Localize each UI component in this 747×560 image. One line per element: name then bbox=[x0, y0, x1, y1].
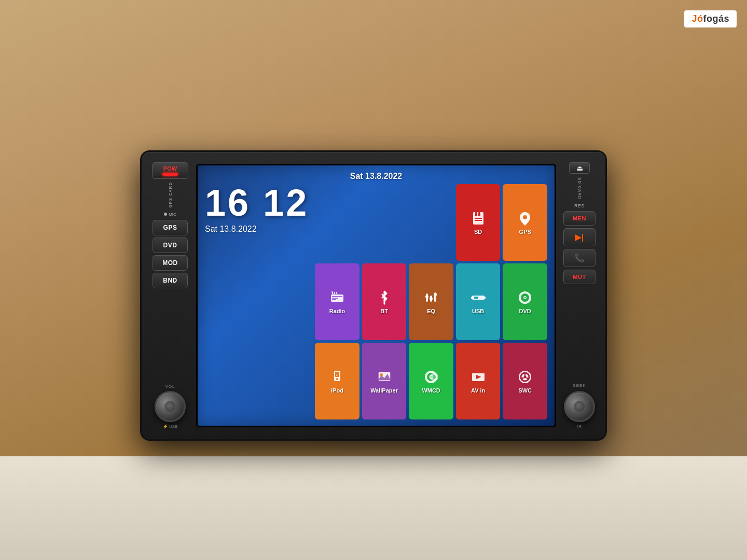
eq-label: EQ bbox=[427, 308, 435, 314]
gps-button-label: GPS bbox=[163, 224, 177, 231]
svg-point-40 bbox=[433, 375, 436, 379]
svg-point-53 bbox=[524, 376, 527, 379]
app-tile-swc[interactable]: SWC bbox=[503, 343, 547, 419]
svg-point-26 bbox=[524, 297, 526, 299]
swc-label: SWC bbox=[518, 387, 532, 394]
sd-icon bbox=[470, 210, 487, 227]
wallpaper-icon bbox=[376, 369, 393, 385]
app-grid: SD GPS bbox=[315, 184, 547, 419]
app-tile-ipod[interactable]: ♪ iPod bbox=[315, 343, 359, 419]
gps-button[interactable]: GPS bbox=[153, 220, 188, 235]
vol-label: VOL bbox=[165, 384, 175, 389]
phone-button[interactable]: 📞 bbox=[563, 249, 596, 267]
mod-button[interactable]: MOD bbox=[153, 255, 188, 271]
vol-knob[interactable] bbox=[155, 391, 186, 422]
pow-indicator-light bbox=[162, 173, 178, 176]
mut-label: MUT bbox=[573, 274, 586, 280]
clock-date: Sat 13.8.2022 bbox=[205, 225, 309, 234]
main-screen[interactable]: Sat 13.8.2022 16 12 Sat 13.8.2022 bbox=[196, 164, 556, 427]
svg-point-29 bbox=[336, 378, 338, 380]
svg-line-11 bbox=[334, 292, 335, 295]
screen-date-header: Sat 13.8.2022 bbox=[350, 172, 403, 180]
brand-accent: Jó bbox=[691, 13, 703, 24]
res-label: RES bbox=[574, 203, 585, 208]
svg-rect-1 bbox=[475, 212, 477, 216]
vol-knob-area: VOL ⚡ USB bbox=[155, 384, 186, 429]
car-radio-unit: POW GPS CARD MIC GPS DVD MOD BND VOL bbox=[140, 150, 607, 441]
svg-rect-20 bbox=[474, 297, 478, 299]
bt-label: BT bbox=[380, 308, 388, 314]
mic-area: MIC bbox=[164, 212, 176, 217]
brand-badge: Jófogás bbox=[684, 10, 737, 27]
svg-rect-2 bbox=[478, 212, 480, 216]
avin-icon bbox=[470, 369, 487, 385]
empty-r1c3 bbox=[409, 184, 453, 261]
usb-icon bbox=[470, 289, 487, 306]
app-tile-eq[interactable]: EQ bbox=[409, 263, 453, 340]
dvd-button[interactable]: DVD bbox=[153, 237, 188, 253]
svg-point-16 bbox=[425, 295, 428, 298]
svg-point-17 bbox=[430, 297, 433, 300]
play-icon: ▶| bbox=[575, 233, 584, 242]
gps-label: GPS bbox=[519, 229, 531, 235]
wmcd-icon bbox=[423, 369, 439, 385]
empty-r1c1 bbox=[315, 184, 359, 261]
app-tile-usb[interactable]: USB bbox=[456, 263, 501, 340]
mod-button-label: MOD bbox=[162, 259, 178, 267]
app-tile-radio[interactable]: Radio bbox=[315, 263, 359, 340]
play-button[interactable]: ▶| bbox=[563, 228, 596, 246]
app-tile-bt[interactable]: BT bbox=[362, 263, 407, 340]
clock-section: 16 12 Sat 13.8.2022 bbox=[205, 184, 309, 419]
table-surface bbox=[0, 456, 747, 560]
pow-label: POW bbox=[163, 165, 177, 172]
mic-dot bbox=[164, 213, 167, 216]
svg-rect-22 bbox=[483, 297, 486, 299]
screen-content: 16 12 Sat 13.8.2022 bbox=[205, 184, 547, 419]
screen-header: Sat 13.8.2022 bbox=[205, 172, 547, 181]
usb-port-label: ⚡ USB bbox=[163, 424, 178, 429]
svg-point-34 bbox=[380, 373, 383, 376]
bnd-button[interactable]: BND bbox=[153, 273, 188, 288]
seek-knob-area: SEEK IR bbox=[564, 383, 595, 429]
app-tile-gps[interactable]: GPS bbox=[503, 184, 547, 261]
brand-name: fogás bbox=[703, 13, 729, 24]
eject-icon: ⏏ bbox=[576, 164, 583, 172]
svg-rect-21 bbox=[471, 297, 473, 299]
eject-button[interactable]: ⏏ bbox=[569, 162, 590, 174]
mic-label: MIC bbox=[169, 212, 176, 217]
clock-time: 16 12 bbox=[205, 184, 309, 221]
svg-line-10 bbox=[332, 291, 333, 295]
right-panel: ⏏ SD CARD RES MEN ▶| 📞 MUT SEEK IR bbox=[559, 160, 600, 431]
seek-label: SEEK bbox=[573, 383, 586, 388]
sd-card-label: SD CARD bbox=[577, 177, 582, 200]
ipod-icon: ♪ bbox=[329, 369, 345, 385]
gps-card-label: GPS CARD bbox=[168, 182, 173, 208]
men-button[interactable]: MEN bbox=[563, 211, 596, 226]
wmcd-label: WMCD bbox=[422, 387, 440, 394]
svg-point-5 bbox=[523, 215, 527, 219]
app-tile-wallpaper[interactable]: WallPaper bbox=[362, 343, 407, 419]
gps-icon bbox=[517, 210, 533, 227]
phone-icon: 📞 bbox=[574, 254, 585, 262]
svg-text:♪: ♪ bbox=[336, 372, 338, 377]
ir-label: IR bbox=[577, 424, 582, 429]
seek-knob[interactable] bbox=[564, 391, 595, 422]
svg-point-18 bbox=[434, 293, 437, 296]
dvd-label: DVD bbox=[519, 308, 531, 314]
mut-button[interactable]: MUT bbox=[563, 270, 596, 284]
screen-container: Sat 13.8.2022 16 12 Sat 13.8.2022 bbox=[193, 160, 559, 431]
app-tile-dvd[interactable]: DVD bbox=[503, 263, 547, 340]
app-tile-avin[interactable]: AV in bbox=[456, 343, 501, 419]
pow-button[interactable]: POW bbox=[152, 162, 188, 179]
app-tile-sd[interactable]: SD bbox=[456, 184, 501, 261]
wallpaper-label: WallPaper bbox=[370, 387, 398, 394]
app-tile-wmcd[interactable]: WMCD bbox=[409, 343, 453, 419]
bnd-button-label: BND bbox=[163, 277, 177, 284]
sd-label: SD bbox=[474, 229, 482, 235]
svg-line-12 bbox=[336, 292, 337, 295]
swc-icon bbox=[517, 369, 533, 385]
ipod-label: iPod bbox=[331, 387, 343, 394]
dvd-icon bbox=[517, 289, 533, 306]
avin-label: AV in bbox=[471, 387, 485, 394]
usb-label: USB bbox=[472, 308, 484, 314]
